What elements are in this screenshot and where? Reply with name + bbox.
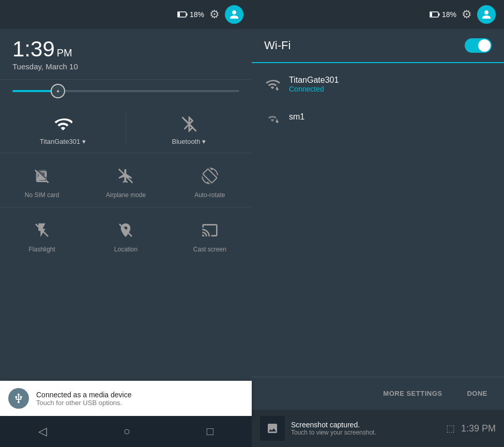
right-panel: 18% ⚙ Wi-Fi TitanGate301 Connected [252,0,504,447]
svg-rect-8 [438,13,439,16]
screenshot-subtitle: Touch to view your screenshot. [291,429,440,436]
svg-rect-1 [186,13,187,16]
wifi-network-sm1[interactable]: sm1 [252,101,504,132]
wifi-signal-icon-2 [264,110,281,124]
screenshot-notification[interactable]: Screenshot captured. Touch to view your … [252,410,504,447]
brightness-section[interactable] [0,80,252,98]
battery-pct-right: 18% [442,10,456,19]
settings-button-left[interactable]: ⚙ [209,8,220,21]
avatar-left[interactable] [225,5,243,24]
svg-point-10 [276,88,279,91]
svg-rect-2 [178,12,180,17]
icon-row-1: No SIM card Airplane mode Auto-rotate [0,153,252,207]
settings-button-right[interactable]: ⚙ [462,8,472,21]
cast-screen-icon [197,218,222,243]
wifi-info-titangate: TitanGate301 Connected [289,76,339,93]
cast-screen-item[interactable]: Cast screen [168,212,252,257]
cast-screen-label: Cast screen [193,246,226,253]
bluetooth-icon [178,113,201,136]
wifi-info-sm1: sm1 [289,112,304,122]
wifi-icon [52,113,74,136]
ampm: PM [57,47,72,58]
network-name-titangate: TitanGate301 [289,76,339,85]
no-sim-label: No SIM card [25,191,59,199]
wifi-title: Wi-Fi [264,39,291,52]
left-status-bar: 18% ⚙ [0,0,252,29]
battery-indicator: 18% [177,10,204,19]
wifi-list: TitanGate301 Connected sm1 [252,63,504,377]
flashlight-item[interactable]: Flashlight [0,212,84,257]
screenshot-time: 1:39 PM [461,423,496,434]
wifi-label: TitanGate301 ▾ [40,138,86,145]
battery-indicator-right: 18% [430,10,456,19]
auto-rotate-label: Auto-rotate [194,191,225,199]
usb-notification-title: Connected as a media device [36,391,131,399]
recent-button[interactable]: □ [194,421,226,442]
bluetooth-label: Bluetooth ▾ [172,138,206,145]
auto-rotate-icon [197,163,222,188]
more-settings-button[interactable]: MORE SETTINGS [379,385,446,401]
battery-pct-left: 18% [190,10,204,19]
home-button[interactable]: ○ [111,421,143,442]
location-icon [113,218,138,243]
share-icon[interactable]: ⬚ [446,423,455,434]
auto-rotate-item[interactable]: Auto-rotate [168,157,252,203]
bottom-nav: ◁ ○ □ [0,416,252,447]
wifi-header: Wi-Fi [252,29,504,63]
wifi-actions: MORE SETTINGS DONE [252,377,504,410]
flashlight-label: Flashlight [28,246,55,253]
airplane-label: Airplane mode [106,191,146,199]
screenshot-info: Screenshot captured. Touch to view your … [291,421,440,436]
avatar-right[interactable] [477,5,496,24]
usb-icon [8,388,29,409]
done-button[interactable]: DONE [463,385,492,401]
location-label: Location [114,246,138,253]
wifi-network-titangate[interactable]: TitanGate301 Connected [252,67,504,101]
svg-rect-9 [430,12,432,17]
brightness-thumb[interactable] [51,84,65,98]
screenshot-title: Screenshot captured. [291,421,440,429]
wifi-toggle-switch[interactable] [465,38,492,53]
airplane-item[interactable]: Airplane mode [84,157,167,203]
date-display: Tuesday, March 10 [12,62,239,71]
bluetooth-toggle-item[interactable]: Bluetooth ▾ [126,108,252,148]
no-sim-icon [29,163,54,188]
time-value: 1:39 [12,37,55,61]
screenshot-thumb [260,416,285,441]
back-button[interactable]: ◁ [26,421,59,442]
svg-point-11 [276,121,279,123]
connected-label-titangate: Connected [289,85,339,93]
icon-row-2: Flashlight Location Cast screen [0,207,252,261]
no-sim-item[interactable]: No SIM card [0,157,84,203]
screenshot-actions: ⬚ 1:39 PM [446,423,496,434]
usb-notification-text: Connected as a media device Touch for ot… [36,391,131,407]
wifi-signal-icon-1 [264,77,281,92]
time-display: 1:39PM [12,37,239,61]
toggle-row: TitanGate301 ▾ Bluetooth ▾ [0,103,252,153]
time-section: 1:39PM Tuesday, March 10 [0,29,252,80]
flashlight-icon [29,218,54,243]
network-name-sm1: sm1 [289,112,304,122]
right-status-bar: 18% ⚙ [252,0,504,29]
location-item[interactable]: Location [84,212,167,257]
left-panel: 18% ⚙ 1:39PM Tuesday, March 10 [0,0,252,447]
airplane-icon [113,163,138,188]
usb-notification[interactable]: Connected as a media device Touch for ot… [0,381,252,416]
usb-notification-subtitle: Touch for other USB options. [36,399,131,407]
wifi-toggle-item[interactable]: TitanGate301 ▾ [0,108,126,148]
brightness-track[interactable] [12,90,239,92]
